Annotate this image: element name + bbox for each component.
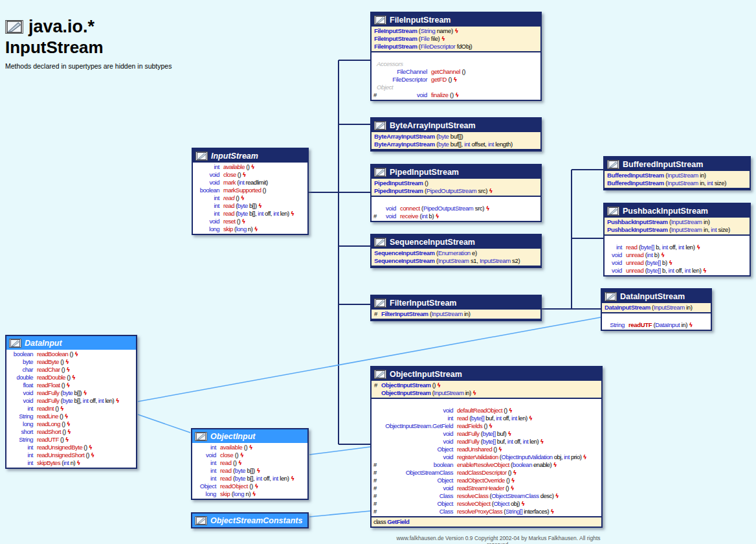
method-row: ObjectreadUnshared () ϟ xyxy=(372,446,601,453)
class-box-FilterInputStream: FilterInputStream#FilterInputStream (Inp… xyxy=(370,295,542,321)
throws-exception-icon: ϟ xyxy=(529,414,533,422)
nested-class-section: class GetField xyxy=(372,516,601,527)
method-row: voidclose () ϟ xyxy=(193,171,307,179)
throws-exception-icon: ϟ xyxy=(453,76,457,83)
throws-exception-icon: ϟ xyxy=(507,430,511,437)
method-row: floatreadFloat () ϟ xyxy=(6,381,136,389)
throws-exception-icon: ϟ xyxy=(67,428,71,435)
throws-exception-icon: ϟ xyxy=(74,350,78,357)
class-icon xyxy=(374,168,386,177)
throws-exception-icon: ϟ xyxy=(437,381,441,389)
package-title: java.io.* xyxy=(28,17,94,37)
nested-class-row: class GetField xyxy=(372,518,601,526)
class-box-PipedInputStream: PipedInputStreamPipedInputStream ()Piped… xyxy=(370,164,542,222)
throws-exception-icon: ϟ xyxy=(251,163,255,170)
method-row: #voidreadStreamHeader () ϟ xyxy=(372,484,601,492)
method-row: voidreadFully (byte b[]) ϟ xyxy=(6,389,136,397)
method-row: StringreadUTF () ϟ xyxy=(6,436,136,444)
class-box-ObjectInputStream: ObjectInputStream#ObjectInputStream () ϟ… xyxy=(370,366,603,528)
class-icon xyxy=(374,16,386,25)
class-title: PushbackInputStream xyxy=(623,207,708,216)
spacer xyxy=(602,314,711,321)
class-header: PipedInputStream xyxy=(372,165,540,179)
throws-exception-icon: ϟ xyxy=(489,187,493,194)
class-icon xyxy=(374,238,386,247)
throws-exception-icon: ϟ xyxy=(513,469,517,476)
method-row: voidmark (int readlimit) xyxy=(193,179,307,187)
title-block: java.io.* InputStream Methods declared i… xyxy=(5,17,172,70)
class-title: PipedInputStream xyxy=(390,168,459,177)
constructor-row: PushbackInputStream (InputStream in, int… xyxy=(605,226,750,234)
constructor-row: PipedInputStream () xyxy=(372,179,540,187)
class-header: ByteArrayInputStream xyxy=(372,119,540,132)
method-row: charreadChar () ϟ xyxy=(6,366,136,374)
class-title: ObjectInputStream xyxy=(390,370,462,379)
class-title: InputStream xyxy=(211,152,258,161)
throws-exception-icon: ϟ xyxy=(258,202,262,209)
method-row: #ObjectStreamClassreadClassDescriptor ()… xyxy=(372,469,601,477)
method-row: intavailable () ϟ xyxy=(193,163,307,171)
class-icon xyxy=(605,292,617,301)
throws-exception-icon: ϟ xyxy=(91,451,94,459)
method-row: voiddefaultReadObject () ϟ xyxy=(372,407,601,414)
class-header: SequenceInputStream xyxy=(372,235,540,249)
method-row: StringreadLine () ϟ xyxy=(6,413,136,420)
methods-section: voidconnect (PipedOutputStream src) ϟ#vo… xyxy=(372,197,540,221)
class-icon xyxy=(195,152,208,161)
method-row: intread () ϟ xyxy=(193,194,307,202)
method-row: longskip (long n) ϟ xyxy=(193,225,307,233)
method-row: #voidfinalize () ϟ xyxy=(372,91,540,99)
class-header: InputStream xyxy=(193,149,307,163)
copyright-text: www.falkhausen.de Version 0.9 Copyright … xyxy=(388,535,608,544)
method-row: longskip (long n) ϟ xyxy=(192,490,307,498)
class-icon xyxy=(195,516,207,525)
method-row: booleanmarkSupported () xyxy=(193,187,307,194)
class-title: BufferedInputStream xyxy=(623,160,703,169)
throws-exception-icon: ϟ xyxy=(256,467,260,474)
throws-exception-icon: ϟ xyxy=(291,210,295,217)
method-row: #ClassresolveClass (ObjectStreamClass de… xyxy=(372,492,601,500)
class-box-ObjectStreamConstants: ObjectStreamConstants xyxy=(191,512,309,528)
method-row: intreadInt () ϟ xyxy=(6,405,136,413)
class-box-DataInput: DataInputbooleanreadBoolean () ϟbyteread… xyxy=(5,335,137,469)
throws-exception-icon: ϟ xyxy=(454,27,458,34)
category-label: Object xyxy=(372,84,540,91)
diagram-canvas: java.io.* InputStream Methods declared i… xyxy=(0,0,756,544)
throws-exception-icon: ϟ xyxy=(89,444,93,451)
class-title: FilterInputStream xyxy=(390,299,457,308)
constructor-row: ByteArrayInputStream (byte buf[]) xyxy=(372,133,540,141)
constructor-row: SequenceInputStream (InputStream s1, Inp… xyxy=(372,257,540,265)
constructor-row: BufferedInputStream (InputStream in) xyxy=(605,172,750,179)
throws-exception-icon: ϟ xyxy=(436,212,439,220)
class-header: DataInputStream xyxy=(602,289,711,303)
method-row: intread (byte[] buf, int off, int len) ϟ xyxy=(372,414,601,422)
throws-exception-icon: ϟ xyxy=(252,490,256,497)
throws-exception-icon: ϟ xyxy=(455,91,459,98)
diagram-note: Methods declared in supertypes are hidde… xyxy=(5,62,172,70)
method-row: shortreadShort () ϟ xyxy=(6,428,136,436)
method-row: intskipBytes (int n) ϟ xyxy=(6,459,136,467)
class-title: DataInputStream xyxy=(620,292,685,301)
class-box-ByteArrayInputStream: ByteArrayInputStreamByteArrayInputStream… xyxy=(370,117,542,152)
constructor-row: FileInputStream (File file) ϟ xyxy=(372,35,540,43)
class-box-FileInputStream: FileInputStreamFileInputStream (String n… xyxy=(370,12,542,101)
throws-exception-icon: ϟ xyxy=(669,259,673,266)
class-header: FileInputStream xyxy=(372,13,540,27)
category-label: Accessors xyxy=(372,60,540,68)
class-box-InputStream: InputStreamintavailable () ϟvoidclose ()… xyxy=(192,148,309,235)
throws-exception-icon: ϟ xyxy=(703,267,707,274)
method-row: intread (byte[] b, int off, int len) ϟ xyxy=(605,244,750,251)
class-header: FilterInputStream xyxy=(372,296,540,310)
class-title: ObjectInput xyxy=(210,432,255,441)
throws-exception-icon: ϟ xyxy=(291,475,295,482)
throws-exception-icon: ϟ xyxy=(511,477,515,484)
spacer xyxy=(372,198,540,205)
constructors-section: DataInputStream (InputStream in) xyxy=(602,303,711,313)
throws-exception-icon: ϟ xyxy=(241,218,245,225)
constructor-row: DataInputStream (InputStream in) xyxy=(602,304,711,312)
method-row: ObjectreadObject () ϟ xyxy=(192,482,307,490)
throws-exception-icon: ϟ xyxy=(540,438,544,445)
methods-section: voiddefaultReadObject () ϟintread (byte[… xyxy=(372,399,601,516)
method-row: intread (byte b[]) ϟ xyxy=(193,202,307,210)
method-row: #booleanenableResolveObject (boolean ena… xyxy=(372,461,601,469)
